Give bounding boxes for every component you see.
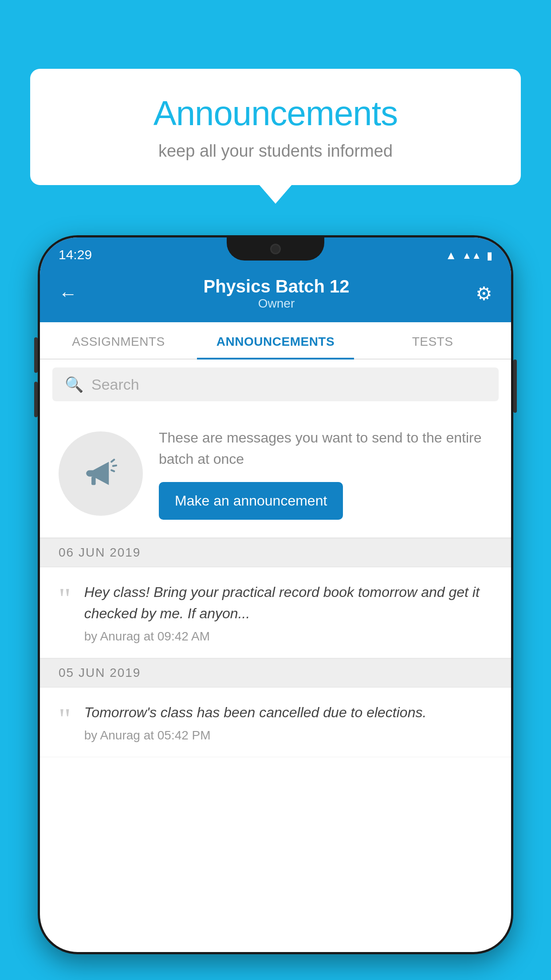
phone-frame: 14:29 ▲ ▲▲ ▮ ← Physics Batch 12 Owner ⚙ — [38, 235, 513, 954]
make-announcement-button[interactable]: Make an announcement — [159, 482, 343, 520]
speech-bubble-subtitle: keep all your students informed — [57, 142, 494, 161]
speech-bubble: Announcements keep all your students inf… — [30, 69, 521, 185]
header-subtitle: Owner — [203, 296, 349, 311]
header-title-group: Physics Batch 12 Owner — [203, 277, 349, 311]
phone-container: 14:29 ▲ ▲▲ ▮ ← Physics Batch 12 Owner ⚙ — [38, 235, 513, 980]
announcement-msg-text-1: Hey class! Bring your practical record b… — [84, 581, 492, 624]
search-container: 🔍 Search — [40, 360, 511, 409]
tab-tests[interactable]: TESTS — [354, 322, 511, 359]
signal-icon: ▲▲ — [462, 250, 481, 261]
search-placeholder: Search — [91, 376, 139, 393]
app-header: ← Physics Batch 12 Owner ⚙ — [40, 268, 511, 322]
battery-icon: ▮ — [487, 249, 492, 262]
announcement-item-2: " Tomorrow's class has been cancelled du… — [40, 688, 511, 757]
announcement-intro-right: These are messages you want to send to t… — [159, 427, 492, 520]
date-separator-2: 05 JUN 2019 — [40, 658, 511, 688]
phone-notch — [227, 237, 324, 261]
announcement-intro-card: These are messages you want to send to t… — [40, 409, 511, 538]
quote-icon-1: " — [59, 583, 71, 613]
volume-down-button — [34, 382, 38, 417]
tabs-bar: ASSIGNMENTS ANNOUNCEMENTS TESTS — [40, 322, 511, 360]
announcement-msg-right-1: Hey class! Bring your practical record b… — [84, 581, 492, 644]
gear-icon[interactable]: ⚙ — [476, 283, 492, 304]
svg-rect-3 — [91, 477, 96, 485]
announcement-description: These are messages you want to send to t… — [159, 427, 492, 470]
quote-icon-2: " — [59, 703, 71, 734]
header-title: Physics Batch 12 — [203, 277, 349, 296]
camera — [270, 244, 281, 254]
speech-bubble-container: Announcements keep all your students inf… — [30, 69, 521, 185]
status-icons: ▲ ▲▲ ▮ — [445, 249, 492, 262]
phone-screen: 14:29 ▲ ▲▲ ▮ ← Physics Batch 12 Owner ⚙ — [40, 237, 511, 952]
announcement-msg-author-2: by Anurag at 05:42 PM — [84, 728, 492, 743]
wifi-icon: ▲ — [445, 249, 457, 262]
announcement-msg-author-1: by Anurag at 09:42 AM — [84, 629, 492, 644]
status-time: 14:29 — [59, 247, 92, 262]
svg-line-1 — [113, 466, 116, 466]
megaphone-icon — [80, 452, 122, 494]
search-icon: 🔍 — [65, 375, 83, 393]
announcement-item-1: " Hey class! Bring your practical record… — [40, 567, 511, 658]
speech-bubble-title: Announcements — [57, 93, 494, 134]
search-bar[interactable]: 🔍 Search — [52, 368, 499, 401]
tab-assignments[interactable]: ASSIGNMENTS — [40, 322, 197, 359]
tab-announcements[interactable]: ANNOUNCEMENTS — [197, 322, 354, 359]
back-button[interactable]: ← — [59, 283, 77, 304]
volume-up-button — [34, 337, 38, 373]
announcement-msg-right-2: Tomorrow's class has been cancelled due … — [84, 702, 492, 743]
date-separator-1: 06 JUN 2019 — [40, 538, 511, 567]
announcement-msg-text-2: Tomorrow's class has been cancelled due … — [84, 702, 492, 723]
announcement-icon-circle — [59, 431, 143, 516]
svg-line-0 — [111, 460, 114, 462]
svg-line-2 — [111, 470, 114, 471]
power-button — [513, 360, 517, 413]
